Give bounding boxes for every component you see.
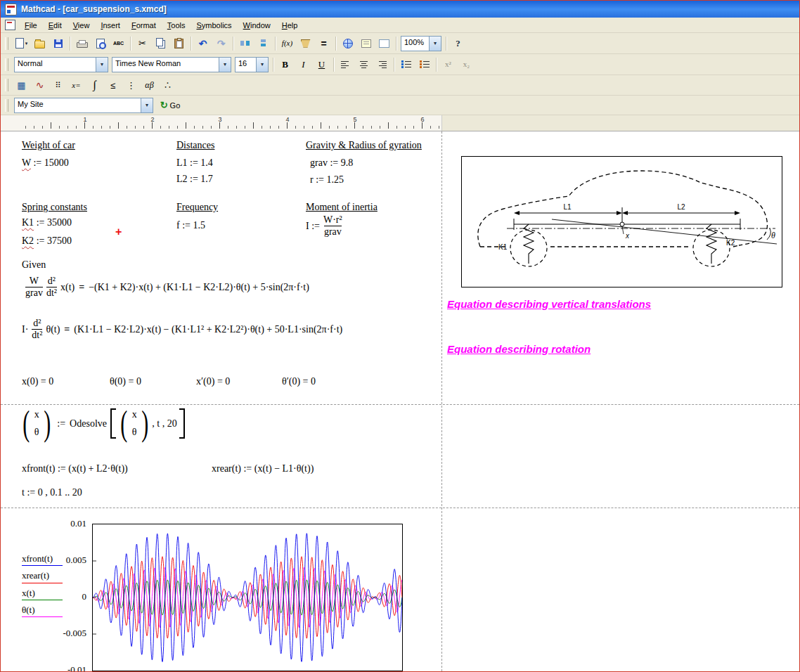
heading-distances[interactable]: Distances bbox=[176, 140, 214, 151]
cut-button[interactable]: ✂ bbox=[134, 35, 151, 52]
style-combo[interactable]: Normal ▾ bbox=[14, 57, 108, 72]
toolbar-grip[interactable] bbox=[5, 99, 8, 112]
insert-function-button[interactable]: f(x) bbox=[278, 35, 296, 52]
menu-format[interactable]: Format bbox=[126, 20, 162, 31]
calculate-button[interactable]: = bbox=[315, 35, 333, 52]
toolbar-grip[interactable] bbox=[5, 58, 8, 71]
center-of-gravity-pivot bbox=[620, 222, 624, 226]
w-definition-region[interactable]: W := 15000 bbox=[22, 157, 69, 169]
insert-table-button[interactable] bbox=[375, 35, 393, 52]
spell-check-button[interactable]: ABC bbox=[110, 35, 127, 52]
t-range-definition-region[interactable]: t := 0 , 0.1 .. 20 bbox=[22, 487, 82, 498]
heading-frequency[interactable]: Frequency bbox=[176, 202, 218, 213]
help-button[interactable]: ? bbox=[449, 35, 467, 52]
menu-help[interactable]: Help bbox=[276, 20, 304, 31]
menu-edit[interactable]: Edit bbox=[43, 20, 67, 31]
menu-symbolics[interactable]: Symbolics bbox=[191, 20, 237, 31]
symbolic-palette-button[interactable]: ∴ bbox=[159, 77, 176, 93]
car-underside bbox=[480, 245, 739, 247]
copy-button[interactable] bbox=[152, 35, 169, 52]
menu-bar: File Edit View Insert Format Tools Symbo… bbox=[1, 18, 799, 33]
align-down-button[interactable] bbox=[254, 35, 272, 52]
condition-x0-region[interactable]: x(0) = 0 bbox=[22, 376, 53, 387]
l1-definition-region[interactable]: L1 := 1.4 bbox=[176, 157, 213, 169]
zoom-combo[interactable]: 100% ▾ bbox=[401, 36, 441, 51]
align-left-button[interactable] bbox=[337, 56, 354, 73]
font-size-combo[interactable]: 16 ▾ bbox=[235, 57, 269, 72]
l2-definition-region[interactable]: L2 := 1.7 bbox=[176, 174, 213, 185]
underline-button[interactable]: U bbox=[313, 56, 330, 73]
document-icon bbox=[5, 20, 15, 30]
matrix-palette-button[interactable]: ⠿ bbox=[49, 77, 67, 93]
print-button[interactable] bbox=[73, 35, 91, 52]
graph-palette-button[interactable]: ∿ bbox=[31, 77, 49, 93]
condition-theta0-region[interactable]: θ(0) = 0 bbox=[110, 376, 141, 387]
boolean-palette-button[interactable]: ≤ bbox=[104, 77, 122, 93]
inertia-term: I· bbox=[22, 324, 28, 335]
legend-trace-sample bbox=[22, 583, 63, 583]
greek-palette-button[interactable]: αβ bbox=[141, 77, 158, 93]
car-suspension-diagram[interactable]: L1 L2 x θ K1 K2 bbox=[461, 156, 782, 287]
xy-plot-region[interactable] bbox=[92, 524, 403, 671]
xfront-definition-region[interactable]: xfront(t) := (x(t) + L2·θ(t)) bbox=[22, 463, 128, 474]
given-keyword[interactable]: Given bbox=[22, 259, 46, 271]
insert-component-button[interactable] bbox=[357, 35, 375, 52]
r-definition-region[interactable]: r := 1.25 bbox=[310, 174, 344, 186]
font-combo[interactable]: Times New Roman ▾ bbox=[112, 57, 231, 72]
xrear-definition-region[interactable]: xrear(t) := (x(t) − L1·θ(t)) bbox=[212, 463, 314, 474]
heading-weight-of-car[interactable]: Weight of car bbox=[22, 140, 75, 151]
odesolve-region[interactable]: ( x θ ) := Odesolve ( x θ ) , t , 20 bbox=[20, 407, 187, 440]
calculus-palette-button[interactable]: ∫ bbox=[86, 77, 103, 93]
print-preview-button[interactable] bbox=[91, 35, 109, 52]
menu-file[interactable]: File bbox=[19, 20, 43, 31]
toolbar-grip[interactable] bbox=[5, 79, 8, 91]
ode-rotation-equation-region[interactable]: I· d² dt² θ(t) = (K1·L1 − K2·L2)·x(t) − … bbox=[22, 318, 342, 341]
bold-button[interactable]: B bbox=[276, 56, 294, 73]
heading-moment-of-inertia[interactable]: Moment of inertia bbox=[306, 202, 378, 213]
italic-button[interactable]: I bbox=[295, 56, 312, 73]
condition-thetaprime0-region[interactable]: θ′(0) = 0 bbox=[282, 376, 316, 387]
function-fx-icon: f(x) bbox=[282, 39, 292, 47]
programming-palette-button[interactable]: ⋮ bbox=[122, 77, 140, 93]
bullet-list-button[interactable] bbox=[397, 56, 415, 73]
resources-toolbar: My Site ▾ ↻ Go bbox=[1, 96, 799, 115]
worksheet[interactable]: Weight of car Distances Gravity & Radius… bbox=[1, 131, 799, 671]
menu-window[interactable]: Window bbox=[238, 20, 276, 31]
open-button[interactable] bbox=[31, 35, 49, 52]
save-button[interactable] bbox=[49, 35, 67, 52]
menu-tools[interactable]: Tools bbox=[162, 20, 191, 31]
open-bracket bbox=[110, 408, 116, 439]
go-button[interactable]: ↻ Go bbox=[155, 97, 185, 114]
inertia-definition-region[interactable]: I := W·r² grav bbox=[306, 214, 342, 238]
superscript-button[interactable]: x² bbox=[439, 56, 457, 73]
grav-definition-region[interactable]: grav := 9.8 bbox=[310, 157, 353, 169]
link-rotation[interactable]: Equation describing rotation bbox=[447, 343, 591, 355]
k1-definition-region[interactable]: K1 := 35000 bbox=[22, 217, 72, 228]
condition-xprime0-region[interactable]: x′(0) = 0 bbox=[196, 376, 230, 387]
evaluation-palette-button[interactable]: x= bbox=[67, 77, 85, 93]
toolbar-grip[interactable] bbox=[5, 37, 8, 50]
align-center-button[interactable] bbox=[355, 56, 373, 73]
undo-button[interactable]: ↶ bbox=[194, 35, 212, 52]
subscript-button[interactable]: x₂ bbox=[458, 56, 475, 73]
link-vertical-translations[interactable]: Equation describing vertical translation… bbox=[447, 298, 651, 310]
k2-definition-region[interactable]: K2 := 37500 bbox=[22, 235, 72, 247]
calculator-palette-button[interactable]: ▦ bbox=[13, 77, 30, 93]
insert-unit-button[interactable] bbox=[297, 35, 314, 52]
f-definition-region[interactable]: f := 1.5 bbox=[176, 220, 205, 231]
paste-button[interactable] bbox=[170, 35, 188, 52]
resources-combo[interactable]: My Site ▾ bbox=[14, 98, 153, 113]
heading-spring-constants[interactable]: Spring constants bbox=[22, 202, 87, 213]
menu-view[interactable]: View bbox=[67, 20, 96, 31]
align-right-button[interactable] bbox=[373, 56, 391, 73]
italic-icon: I bbox=[302, 60, 304, 69]
insert-hyperlink-button[interactable] bbox=[339, 35, 356, 52]
menu-insert[interactable]: Insert bbox=[95, 20, 126, 31]
heading-gravity-gyration[interactable]: Gravity & Radius of gyration bbox=[306, 140, 422, 151]
align-across-button[interactable] bbox=[236, 35, 254, 52]
ode-vertical-equation-region[interactable]: W grav d² dt² x(t) = −(K1 + K2)·x(t) + (… bbox=[25, 276, 309, 299]
equation-rhs: (K1·L1 − K2·L2)·x(t) − (K1·L1² + K2·L2²)… bbox=[74, 324, 342, 335]
numbered-list-button[interactable] bbox=[415, 56, 433, 73]
new-button[interactable]: ▾ bbox=[13, 35, 30, 52]
redo-button[interactable]: ↷ bbox=[212, 35, 230, 52]
